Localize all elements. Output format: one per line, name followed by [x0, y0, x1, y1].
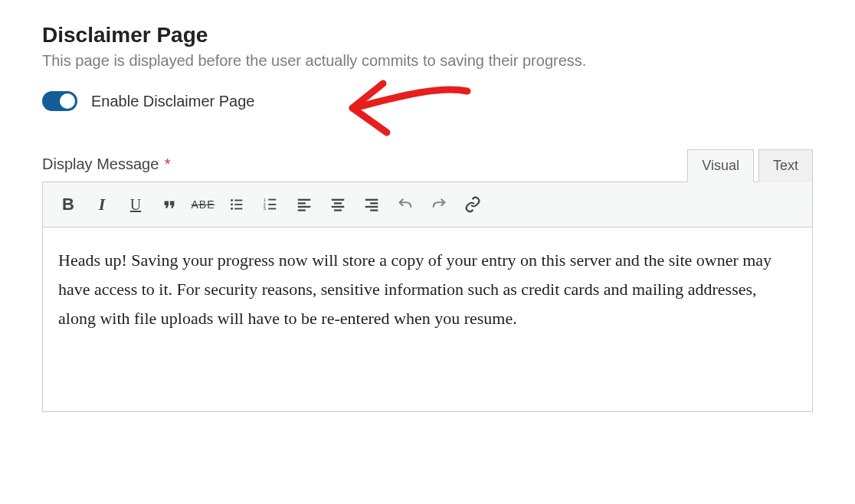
bullet-list-button[interactable] — [222, 190, 251, 219]
strikethrough-button[interactable]: ABE — [188, 190, 218, 219]
svg-rect-23 — [370, 209, 378, 211]
svg-rect-15 — [298, 209, 306, 211]
redo-button[interactable] — [424, 190, 454, 219]
svg-rect-21 — [370, 202, 378, 204]
blockquote-button[interactable] — [155, 190, 184, 219]
svg-point-1 — [231, 204, 233, 206]
editor-tabs: Visual Text — [687, 149, 813, 182]
svg-point-2 — [231, 208, 233, 210]
toggle-label: Enable Disclaimer Page — [91, 93, 254, 110]
svg-rect-11 — [268, 208, 276, 210]
link-button[interactable] — [458, 190, 487, 219]
enable-disclaimer-toggle[interactable] — [42, 91, 77, 111]
svg-rect-12 — [298, 199, 311, 201]
svg-rect-20 — [365, 199, 378, 201]
svg-rect-16 — [332, 199, 345, 201]
svg-rect-19 — [334, 209, 342, 211]
svg-rect-5 — [234, 208, 242, 210]
numbered-list-button[interactable]: 123 — [256, 190, 285, 219]
svg-rect-14 — [298, 206, 311, 208]
editor: B I U ABE 123 Heads up! Saving — [42, 182, 813, 412]
section-description: This page is displayed before the user a… — [42, 52, 813, 70]
italic-button[interactable]: I — [87, 190, 116, 219]
display-message-label: Display Message * — [42, 155, 171, 182]
align-left-button[interactable] — [290, 190, 319, 219]
svg-rect-17 — [334, 202, 342, 204]
field-label-text: Display Message — [42, 155, 159, 172]
svg-rect-4 — [234, 204, 242, 205]
svg-rect-13 — [298, 202, 306, 204]
field-label-row: Display Message * Visual Text — [42, 149, 813, 182]
svg-rect-9 — [268, 199, 276, 201]
align-right-button[interactable] — [357, 190, 386, 219]
svg-rect-10 — [268, 204, 276, 205]
svg-rect-18 — [332, 206, 345, 208]
editor-content[interactable]: Heads up! Saving your progress now will … — [43, 227, 812, 411]
svg-point-0 — [231, 199, 233, 201]
underline-button[interactable]: U — [121, 190, 150, 219]
required-mark: * — [165, 155, 171, 172]
editor-toolbar: B I U ABE 123 — [43, 182, 812, 227]
arrow-annotation-icon — [345, 70, 475, 142]
section-title: Disclaimer Page — [42, 23, 813, 47]
tab-visual[interactable]: Visual — [687, 149, 754, 182]
svg-text:3: 3 — [264, 206, 266, 211]
toggle-row: Enable Disclaimer Page — [42, 91, 813, 111]
tab-text[interactable]: Text — [758, 149, 813, 182]
svg-rect-3 — [234, 200, 242, 201]
svg-rect-22 — [365, 206, 378, 208]
bold-button[interactable]: B — [54, 190, 83, 219]
align-center-button[interactable] — [323, 190, 352, 219]
undo-button[interactable] — [391, 190, 420, 219]
